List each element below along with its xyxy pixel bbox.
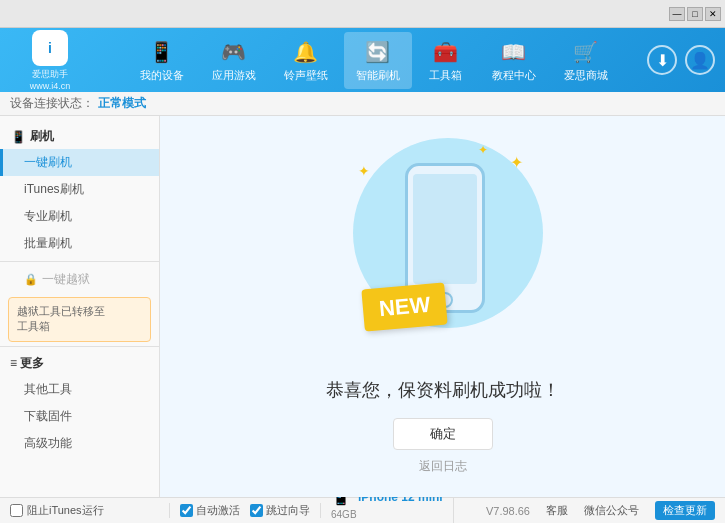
- bottom-bar: 阻止iTunes运行 自动激活 跳过向导 📱 iPhone 12 mini 64…: [0, 497, 725, 523]
- bottom-right: V7.98.66 客服 微信公众号 检查更新: [486, 501, 715, 520]
- stop-itunes-area: 阻止iTunes运行: [10, 503, 170, 518]
- user-button[interactable]: 👤: [685, 45, 715, 75]
- sidebar-item-pro-flash[interactable]: 专业刷机: [0, 203, 159, 230]
- nav-ringtone[interactable]: 🔔 铃声壁纸: [272, 32, 340, 89]
- new-badge: NEW: [361, 282, 448, 331]
- nav-toolbox[interactable]: 🧰 工具箱: [416, 32, 476, 89]
- sidebar-note-text: 越狱工具已转移至工具箱: [17, 305, 105, 332]
- auto-activate-checkbox[interactable]: [180, 504, 193, 517]
- nav-appgame-label: 应用游戏: [212, 68, 256, 83]
- logo-url: www.i4.cn: [30, 81, 71, 91]
- nav-mydevice[interactable]: 📱 我的设备: [128, 32, 196, 89]
- nav-ringtone-label: 铃声壁纸: [284, 68, 328, 83]
- confirm-button[interactable]: 确定: [393, 418, 493, 450]
- sidebar-jailbreak-note: 越狱工具已转移至工具箱: [8, 297, 151, 342]
- nav-mydevice-label: 我的设备: [140, 68, 184, 83]
- bottom-checkboxes: 自动激活 跳过向导: [170, 503, 321, 518]
- skip-wizard-label: 跳过向导: [266, 503, 310, 518]
- phone-illustration: ✦ ✦ ✦ NEW: [343, 138, 543, 358]
- check-update-button[interactable]: 检查更新: [655, 501, 715, 520]
- sidebar-item-jailbreak: 🔒 一键越狱: [0, 266, 159, 293]
- toolbox-icon: 🧰: [432, 38, 460, 66]
- nav-tutorial-label: 教程中心: [492, 68, 536, 83]
- sidebar-divider-2: [0, 346, 159, 347]
- nav-smartflash-label: 智能刷机: [356, 68, 400, 83]
- auto-activate-item: 自动激活: [180, 503, 240, 518]
- logo-name: 爱思助手: [32, 68, 68, 81]
- nav-shop-label: 爱思商城: [564, 68, 608, 83]
- flash-section-icon: 📱: [10, 129, 26, 145]
- logo-letter: i: [48, 40, 52, 56]
- download-button[interactable]: ⬇: [647, 45, 677, 75]
- nav-smartflash[interactable]: 🔄 智能刷机: [344, 32, 412, 89]
- shop-icon: 🛒: [572, 38, 600, 66]
- device-storage: 64GB: [331, 508, 443, 521]
- minimize-button[interactable]: —: [669, 7, 685, 21]
- nav-appgame[interactable]: 🎮 应用游戏: [200, 32, 268, 89]
- sidebar-item-advanced[interactable]: 高级功能: [0, 430, 159, 457]
- sidebar-item-download-firmware[interactable]: 下载固件: [0, 403, 159, 430]
- appgame-icon: 🎮: [220, 38, 248, 66]
- mydevice-icon: 📱: [148, 38, 176, 66]
- nav-right-actions: ⬇ 👤: [647, 45, 715, 75]
- sparkle-3: ✦: [358, 163, 370, 179]
- tutorial-icon: 📖: [500, 38, 528, 66]
- smartflash-icon: 🔄: [364, 38, 392, 66]
- sidebar-item-other-tools[interactable]: 其他工具: [0, 376, 159, 403]
- stop-itunes-label: 阻止iTunes运行: [27, 503, 104, 518]
- maximize-button[interactable]: □: [687, 7, 703, 21]
- nav-shop[interactable]: 🛒 爱思商城: [552, 32, 620, 89]
- logo: i 爱思助手 www.i4.cn: [10, 30, 90, 91]
- titlebar: — □ ✕: [0, 0, 725, 28]
- close-button[interactable]: ✕: [705, 7, 721, 21]
- nav-toolbox-label: 工具箱: [429, 68, 462, 83]
- sparkle-2: ✦: [478, 143, 488, 157]
- ringtone-icon: 🔔: [292, 38, 320, 66]
- sidebar-item-onekey-flash[interactable]: 一键刷机: [0, 149, 159, 176]
- version-label: V7.98.66: [486, 505, 530, 517]
- sidebar-item-batch-flash[interactable]: 批量刷机: [0, 230, 159, 257]
- wechat-link[interactable]: 微信公众号: [584, 503, 639, 518]
- sidebar-item-itunes-flash[interactable]: iTunes刷机: [0, 176, 159, 203]
- stop-itunes-checkbox[interactable]: [10, 504, 23, 517]
- back-link[interactable]: 返回日志: [419, 458, 467, 475]
- auto-activate-label: 自动激活: [196, 503, 240, 518]
- nav-tutorial[interactable]: 📖 教程中心: [480, 32, 548, 89]
- skip-wizard-item: 跳过向导: [250, 503, 310, 518]
- status-bar: 设备连接状态： 正常模式: [0, 92, 725, 116]
- phone-screen: [413, 174, 477, 284]
- sidebar: 📱 刷机 一键刷机 iTunes刷机 专业刷机 批量刷机 🔒 一键越狱 越狱工具…: [0, 116, 160, 497]
- sparkle-1: ✦: [510, 153, 523, 172]
- sidebar-divider-1: [0, 261, 159, 262]
- nav-bar: 📱 我的设备 🎮 应用游戏 🔔 铃声壁纸 🔄 智能刷机 🧰 工具箱 📖 教程中心…: [100, 32, 647, 89]
- skip-wizard-checkbox[interactable]: [250, 504, 263, 517]
- success-title: 恭喜您，保资料刷机成功啦！: [326, 378, 560, 402]
- main-content: ✦ ✦ ✦ NEW 恭喜您，保资料刷机成功啦！ 确定 返回日志: [160, 116, 725, 497]
- status-value: 正常模式: [98, 95, 146, 112]
- main-layout: 📱 刷机 一键刷机 iTunes刷机 专业刷机 批量刷机 🔒 一键越狱 越狱工具…: [0, 116, 725, 497]
- status-label: 设备连接状态：: [10, 95, 94, 112]
- header: i 爱思助手 www.i4.cn 📱 我的设备 🎮 应用游戏 🔔 铃声壁纸 🔄 …: [0, 28, 725, 92]
- flash-section-title: 📱 刷机: [0, 124, 159, 149]
- more-section-title: ≡ 更多: [0, 351, 159, 376]
- customer-service-link[interactable]: 客服: [546, 503, 568, 518]
- logo-icon: i: [32, 30, 68, 66]
